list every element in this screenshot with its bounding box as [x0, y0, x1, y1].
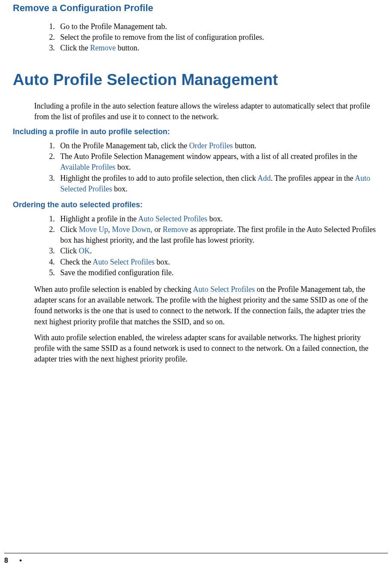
- list-item-text: ,: [108, 225, 112, 234]
- auto-select-paragraph-1: When auto profile selection is enabled b…: [13, 284, 379, 327]
- heading-auto-profile-selection: Auto Profile Selection Management: [13, 71, 379, 89]
- list-item: The Auto Profile Selection Management wi…: [57, 151, 379, 173]
- list-item-text: Check the: [60, 258, 93, 266]
- list-item: Highlight the profiles to add to auto pr…: [57, 173, 379, 194]
- remove-profile-steps: Go to the Profile Management tab. Select…: [13, 21, 379, 54]
- list-item-text: box.: [115, 163, 131, 171]
- list-item-text: Click: [60, 247, 79, 255]
- list-item: Select the profile to remove from the li…: [57, 32, 379, 43]
- list-item: On the Profile Management tab, click the…: [57, 141, 379, 151]
- ui-term-move-up: Move Up: [79, 225, 108, 234]
- list-item-text: button.: [116, 44, 139, 52]
- ui-term-auto-select-profiles: Auto Select Profiles: [193, 285, 255, 294]
- list-item-text: or: [152, 225, 163, 234]
- footer-text: 8 •: [4, 557, 388, 564]
- list-item-text: The Auto Profile Selection Management wi…: [60, 152, 357, 161]
- list-item-text: Click: [60, 225, 79, 234]
- list-item: Click Move Up, Move Down, or Remove as a…: [57, 224, 379, 246]
- para-text: When auto profile selection is enabled b…: [34, 285, 193, 294]
- page-footer: 8 •: [0, 553, 392, 564]
- intro-paragraph: Including a profile in the auto selectio…: [13, 101, 379, 122]
- list-item-text: .: [90, 247, 92, 255]
- list-item-text: Highlight the profiles to add to auto pr…: [60, 174, 257, 182]
- list-item: Click the Remove button.: [57, 43, 379, 53]
- ui-term-auto-select-profiles: Auto Select Profiles: [93, 258, 155, 266]
- heading-remove-config-profile: Remove a Configuration Profile: [13, 3, 379, 14]
- list-item-text: . The profiles appear in the: [271, 174, 355, 182]
- list-item-text: On the Profile Management tab, click the: [60, 141, 189, 150]
- ui-term-remove: Remove: [163, 225, 188, 234]
- list-item-text: button.: [233, 141, 256, 150]
- ui-term-order-profiles: Order Profiles: [189, 141, 233, 150]
- list-item-text: box.: [155, 258, 170, 266]
- including-profile-steps: On the Profile Management tab, click the…: [13, 141, 379, 194]
- footer-divider: [4, 553, 388, 553]
- list-item: Click OK.: [57, 246, 379, 256]
- list-item: Check the Auto Select Profiles box.: [57, 257, 379, 267]
- heading-ordering-profiles: Ordering the auto selected profiles:: [13, 200, 379, 209]
- list-item-text: Click the: [60, 44, 90, 52]
- ui-term-auto-selected-profiles: Auto Selected Profiles: [138, 215, 207, 223]
- list-item-text: box.: [207, 215, 222, 223]
- ui-term-available-profiles: Available Profiles: [60, 163, 115, 171]
- heading-including-profile: Including a profile in auto profile sele…: [13, 127, 379, 136]
- ui-term-ok: OK: [79, 247, 90, 255]
- list-item: Highlight a profile in the Auto Selected…: [57, 214, 379, 224]
- ui-term-remove: Remove: [90, 44, 116, 52]
- list-item: Save the modified configuration file.: [57, 267, 379, 278]
- bullet-icon: •: [20, 557, 22, 564]
- auto-select-paragraph-2: With auto profile selection enabled, the…: [13, 332, 379, 365]
- list-item-text: Highlight a profile in the: [60, 215, 138, 223]
- list-item: Go to the Profile Management tab.: [57, 21, 379, 32]
- ui-term-add: Add: [257, 174, 271, 182]
- ui-term-move-down: Move Down,: [112, 225, 152, 234]
- page-number: 8: [4, 557, 8, 564]
- ordering-profiles-steps: Highlight a profile in the Auto Selected…: [13, 214, 379, 278]
- list-item-text: box.: [112, 185, 127, 193]
